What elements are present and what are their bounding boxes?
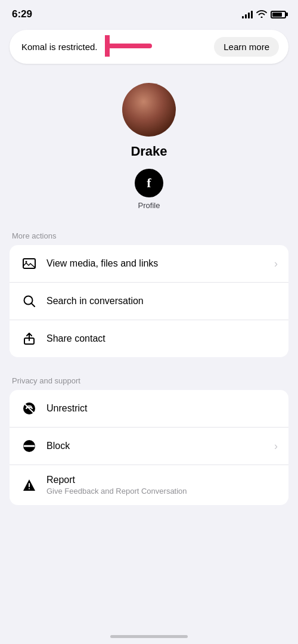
unrestrict-text: Unrestrict — [46, 403, 278, 414]
share-contact-item[interactable]: Share contact — [10, 320, 288, 357]
facebook-icon-circle: f — [135, 169, 163, 197]
view-media-item[interactable]: View media, files and links › — [10, 245, 288, 282]
block-title: Block — [46, 441, 274, 451]
restricted-banner: Komal is restricted. Learn more — [10, 30, 288, 64]
status-time: 6:29 — [12, 8, 32, 20]
privacy-support-label: Privacy and support — [0, 367, 298, 390]
view-media-title: View media, files and links — [46, 258, 274, 269]
status-bar: 6:29 — [0, 0, 298, 25]
svg-point-2 — [26, 261, 27, 263]
avatar — [122, 83, 176, 137]
report-title: Report — [46, 475, 278, 485]
report-item[interactable]: Report Give Feedback and Report Conversa… — [10, 465, 288, 505]
home-indicator — [110, 635, 188, 638]
profile-action-button[interactable]: f Profile — [135, 169, 163, 210]
signal-icon — [242, 10, 253, 18]
report-text: Report Give Feedback and Report Conversa… — [46, 475, 278, 496]
search-conversation-title: Search in conversation — [46, 296, 278, 306]
profile-section: Drake f Profile — [0, 69, 298, 222]
learn-more-button[interactable]: Learn more — [214, 37, 279, 57]
block-icon — [20, 437, 38, 455]
user-name: Drake — [131, 144, 167, 159]
report-icon — [20, 476, 38, 494]
search-conversation-text: Search in conversation — [46, 296, 278, 306]
share-icon — [20, 330, 38, 348]
privacy-support-card: Unrestrict Block › Report Give Feedback … — [10, 390, 288, 505]
block-item[interactable]: Block › — [10, 427, 288, 465]
restricted-text: Komal is restricted. — [21, 42, 98, 52]
search-conversation-item[interactable]: Search in conversation — [10, 282, 288, 320]
report-subtitle: Give Feedback and Report Conversation — [46, 487, 278, 496]
unrestrict-title: Unrestrict — [46, 403, 278, 414]
unrestrict-icon — [20, 400, 38, 417]
svg-point-10 — [29, 488, 30, 489]
more-actions-card: View media, files and links › Search in … — [10, 245, 288, 357]
more-actions-label: More actions — [0, 222, 298, 245]
block-text: Block — [46, 441, 274, 451]
unrestrict-item[interactable]: Unrestrict — [10, 390, 288, 427]
facebook-icon: f — [147, 177, 151, 190]
search-icon — [20, 292, 38, 310]
chevron-icon: › — [274, 258, 278, 270]
media-icon — [20, 255, 38, 273]
profile-label: Profile — [138, 201, 160, 210]
battery-icon — [271, 11, 286, 18]
wifi-icon — [256, 10, 267, 20]
share-contact-title: Share contact — [46, 333, 278, 344]
arrow-indicator — [105, 35, 153, 59]
status-icons — [242, 10, 286, 20]
share-contact-text: Share contact — [46, 333, 278, 344]
block-chevron-icon: › — [274, 440, 278, 453]
view-media-text: View media, files and links — [46, 258, 274, 269]
